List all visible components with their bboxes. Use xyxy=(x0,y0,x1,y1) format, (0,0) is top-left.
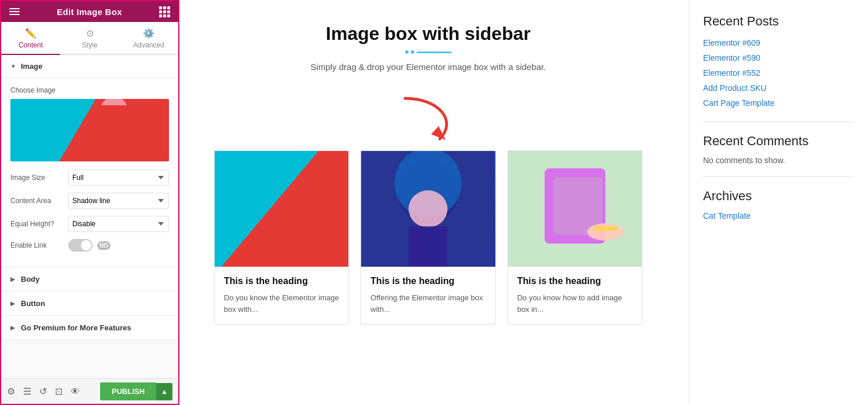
publish-button[interactable]: PUBLISH xyxy=(100,382,156,400)
eye-icon[interactable]: 👁 xyxy=(71,386,80,397)
tab-style-label: Style xyxy=(82,41,98,49)
svg-rect-18 xyxy=(593,226,617,231)
enable-link-toggle-wrapper: NO xyxy=(68,239,111,252)
card-3: This is the heading Do you know how to a… xyxy=(507,150,642,325)
svg-point-12 xyxy=(409,190,447,227)
publish-dropdown-button[interactable]: ▲ xyxy=(156,383,172,400)
card-2: This is the heading Offering the Element… xyxy=(361,150,495,325)
svg-rect-3 xyxy=(101,121,127,150)
divider-line xyxy=(417,51,451,53)
premium-section-arrow: ▶ xyxy=(10,325,15,331)
card-2-text: Offering the Elementor image box with... xyxy=(370,292,486,315)
enable-link-toggle[interactable] xyxy=(68,239,93,252)
enable-link-label: Enable Link xyxy=(10,241,68,249)
card-3-body: This is the heading Do you know how to a… xyxy=(508,267,642,324)
main-content: Image box with sidebar Simply drag & dro… xyxy=(179,0,689,405)
image-preview[interactable] xyxy=(10,99,169,161)
divider-dot-2 xyxy=(411,50,414,54)
no-comments-text: No comments to show. xyxy=(703,156,854,165)
divider-dots xyxy=(405,50,414,54)
svg-point-2 xyxy=(101,99,127,122)
left-panel: Edit Image Box ✏️ Content ⊙ Style ⚙️ Adv… xyxy=(0,0,179,405)
settings-icon[interactable]: ⚙ xyxy=(7,386,15,397)
recent-post-4[interactable]: Add Product SKU xyxy=(703,83,854,93)
red-arrow xyxy=(370,93,486,145)
recent-comments-title: Recent Comments xyxy=(703,134,854,149)
card-2-heading: This is the heading xyxy=(370,276,486,286)
image-size-select[interactable]: Full xyxy=(68,170,169,186)
recent-post-3[interactable]: Elementor #552 xyxy=(703,68,854,78)
menu-icon[interactable] xyxy=(9,8,20,15)
recent-posts-links: Elementor #609 Elementor #590 Elementor … xyxy=(703,38,854,108)
archives-title: Archives xyxy=(703,189,854,204)
image-preview-content xyxy=(10,99,169,161)
svg-point-7 xyxy=(286,158,320,190)
body-section-header[interactable]: ▶ Body xyxy=(1,267,178,292)
right-sidebar: Recent Posts Elementor #609 Elementor #5… xyxy=(689,0,868,405)
svg-marker-6 xyxy=(251,151,348,267)
recent-posts-title: Recent Posts xyxy=(703,14,854,29)
card-3-text: Do you know how to add image box in... xyxy=(517,292,632,315)
recent-post-1[interactable]: Elementor #609 xyxy=(703,38,854,47)
cat-template-link[interactable]: Cat Template xyxy=(703,211,751,220)
svg-rect-8 xyxy=(286,189,320,235)
panel-collapse-handle[interactable]: ‹ xyxy=(178,191,179,214)
image-section-header[interactable]: ▼ Image xyxy=(1,55,178,78)
equal-height-label: Equal Height? xyxy=(10,220,68,228)
button-section-label: Button xyxy=(21,299,45,308)
panel-title: Edit Image Box xyxy=(57,7,122,17)
panel-header: Edit Image Box xyxy=(1,1,178,22)
button-section-header[interactable]: ▶ Button xyxy=(1,292,178,316)
image-size-label: Image Size xyxy=(10,174,68,182)
apps-icon[interactable] xyxy=(159,6,170,17)
content-area-select[interactable]: Shadow line xyxy=(68,193,169,209)
recent-post-5[interactable]: Cart Page Template xyxy=(703,98,854,108)
publish-button-group: PUBLISH ▲ xyxy=(100,382,172,400)
layers-icon[interactable]: ☰ xyxy=(23,386,31,397)
button-section-arrow: ▶ xyxy=(10,300,15,307)
equal-height-row: Equal Height? Disable xyxy=(10,216,169,232)
divider-dot-1 xyxy=(405,50,409,54)
style-tab-icon: ⊙ xyxy=(86,28,94,39)
image-section-arrow: ▼ xyxy=(10,63,16,69)
content-area-row: Content Area Shadow line xyxy=(10,193,169,209)
responsive-icon[interactable]: ⊡ xyxy=(55,386,62,397)
image-size-row: Image Size Full xyxy=(10,170,169,186)
svg-rect-0 xyxy=(10,99,169,161)
premium-section-header[interactable]: ▶ Go Premium for More Features xyxy=(1,316,178,340)
card-1: This is the heading Do you know the Elem… xyxy=(214,150,349,325)
svg-rect-5 xyxy=(215,151,348,267)
card-1-body: This is the heading Do you know the Elem… xyxy=(215,267,348,324)
page-title: Image box with sidebar xyxy=(214,23,642,45)
card-3-heading: This is the heading xyxy=(517,276,632,286)
tab-advanced[interactable]: ⚙️ Advanced xyxy=(119,22,178,55)
image-section-body: Choose Image Image Size xyxy=(1,78,178,267)
panel-tabs: ✏️ Content ⊙ Style ⚙️ Advanced xyxy=(1,22,178,55)
tab-style[interactable]: ⊙ Style xyxy=(60,22,119,55)
history-icon[interactable]: ↺ xyxy=(39,386,47,397)
svg-rect-13 xyxy=(409,226,447,267)
card-1-text: Do you know the Elementor image box with… xyxy=(224,292,339,315)
svg-point-17 xyxy=(587,223,623,241)
content-tab-icon: ✏️ xyxy=(25,28,36,39)
body-section-arrow: ▶ xyxy=(10,276,15,282)
equal-height-select[interactable]: Disable xyxy=(68,216,169,232)
recent-post-2[interactable]: Elementor #590 xyxy=(703,53,854,62)
sidebar-divider-1 xyxy=(703,122,854,122)
body-section-label: Body xyxy=(21,275,40,284)
enable-link-toggle-label: NO xyxy=(97,241,111,250)
tab-content-label: Content xyxy=(19,41,43,49)
card-2-body: This is the heading Offering the Element… xyxy=(361,267,495,324)
page-subtitle: Simply drag & drop your Elementor image … xyxy=(214,62,642,72)
panel-content: ▼ Image Choose Image xyxy=(1,55,178,378)
advanced-tab-icon: ⚙️ xyxy=(143,28,155,39)
card-1-image xyxy=(215,151,348,267)
content-area-label: Content Area xyxy=(10,197,68,205)
card-2-image xyxy=(361,151,495,267)
tab-content[interactable]: ✏️ Content xyxy=(1,22,60,55)
enable-link-row: Enable Link NO xyxy=(10,239,169,252)
card-1-heading: This is the heading xyxy=(224,276,339,286)
main-inner: Image box with sidebar Simply drag & dro… xyxy=(179,0,677,348)
bottom-icons: ⚙ ☰ ↺ ⊡ 👁 xyxy=(7,386,80,397)
tab-advanced-label: Advanced xyxy=(133,41,164,49)
